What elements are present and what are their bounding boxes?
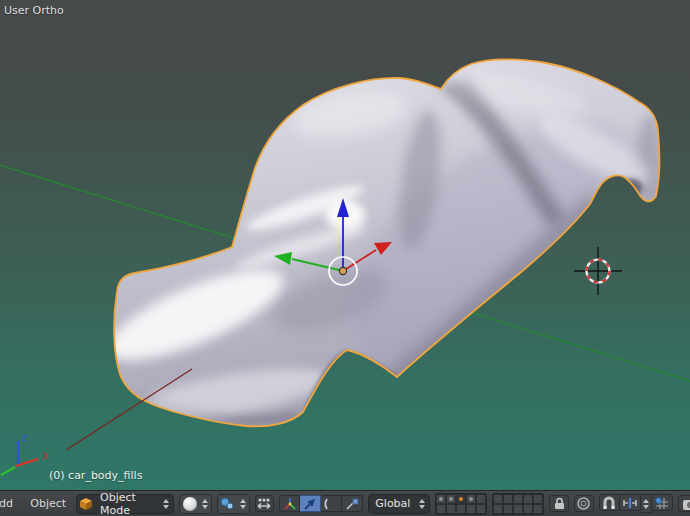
lock-icon xyxy=(553,497,566,510)
mode-dropdown-value: Object Mode xyxy=(96,491,157,516)
orientation-dropdown-value: Global xyxy=(371,497,414,510)
scale-square-icon xyxy=(345,497,359,511)
viewport-shading-dropdown[interactable] xyxy=(179,494,212,514)
increment-snap-icon xyxy=(622,496,638,510)
layer-4-toggle[interactable] xyxy=(466,494,476,504)
layer-2-toggle[interactable] xyxy=(446,494,456,504)
manipulator-button-group xyxy=(279,495,363,512)
rotate-arc-icon xyxy=(324,497,338,511)
layer-18-toggle[interactable] xyxy=(513,504,523,514)
object-origin-dot xyxy=(339,267,346,274)
snap-element-button[interactable] xyxy=(620,494,641,511)
layer-object-dot xyxy=(449,497,453,501)
object-mode-cube-icon xyxy=(79,497,93,511)
center-points-icon xyxy=(256,497,272,511)
3d-cursor xyxy=(574,247,622,295)
mode-spinner[interactable] xyxy=(161,499,171,509)
active-layer-dot xyxy=(459,497,463,501)
lock-camera-button[interactable] xyxy=(549,495,569,512)
active-object-info: (0) car_body_fills xyxy=(49,469,142,482)
orientation-spinner[interactable] xyxy=(417,499,427,509)
layer-15-toggle[interactable] xyxy=(533,494,543,504)
layer-10-toggle[interactable] xyxy=(476,504,486,514)
snap-button-group xyxy=(599,494,673,513)
snap-target-ball-grid-icon xyxy=(654,496,669,510)
translate-manipulator-button[interactable] xyxy=(300,495,321,512)
view-name-label: User Ortho xyxy=(4,4,64,17)
gizmo-x-axis xyxy=(16,459,38,466)
rgb-axis-tripod-icon xyxy=(283,497,297,511)
gizmo-x-label: X xyxy=(42,451,49,462)
translate-arrow-icon xyxy=(303,497,317,511)
menu-object[interactable]: Object xyxy=(25,497,71,510)
layer-19-toggle[interactable] xyxy=(523,504,533,514)
layer-5-toggle[interactable] xyxy=(476,494,486,504)
layer-6-toggle[interactable] xyxy=(436,504,446,514)
layer-grid-2 xyxy=(492,493,544,515)
layer-8-toggle[interactable] xyxy=(456,504,466,514)
mini-axis-gizmo: z X xyxy=(1,432,49,475)
rotate-manipulator-button[interactable] xyxy=(321,495,342,512)
pivot-spinner[interactable] xyxy=(238,499,248,509)
layer-grid-1 xyxy=(435,493,487,515)
pivot-point-icon xyxy=(219,496,237,512)
manipulate-center-points-toggle[interactable] xyxy=(255,495,275,512)
layer-object-dot xyxy=(439,497,443,501)
magnet-icon xyxy=(602,496,616,510)
shading-sphere-icon xyxy=(181,495,199,513)
snap-element-spinner[interactable] xyxy=(641,494,652,513)
shading-spinner[interactable] xyxy=(200,499,210,509)
layer-11-toggle[interactable] xyxy=(493,494,503,504)
layer-7-toggle[interactable] xyxy=(446,504,456,514)
car-body-mesh[interactable] xyxy=(97,59,690,432)
layer-object-dot xyxy=(469,497,473,501)
orientation-dropdown[interactable]: Global xyxy=(368,494,430,514)
layer-16-toggle[interactable] xyxy=(493,504,503,514)
camera-icon xyxy=(682,497,690,511)
layer-12-toggle[interactable] xyxy=(503,494,513,504)
proportional-edit-circle-icon xyxy=(576,496,591,511)
layer-1-toggle[interactable] xyxy=(436,494,446,504)
snap-target-button[interactable] xyxy=(652,494,673,511)
menu-add-partial[interactable]: dd xyxy=(0,497,20,510)
layer-20-toggle[interactable] xyxy=(533,504,543,514)
layer-14-toggle[interactable] xyxy=(523,494,533,504)
gizmo-z-label: z xyxy=(22,432,27,443)
viewport-canvas: z X xyxy=(0,0,690,490)
gizmo-y-axis xyxy=(1,467,15,475)
layer-13-toggle[interactable] xyxy=(513,494,523,504)
manipulator-toggle-button[interactable] xyxy=(279,495,300,512)
pivot-point-dropdown[interactable] xyxy=(217,494,250,514)
proportional-edit-button[interactable] xyxy=(574,495,594,512)
layer-9-toggle[interactable] xyxy=(466,504,476,514)
viewport-header: dd Object Object Mode xyxy=(0,490,690,516)
opengl-render-button[interactable] xyxy=(678,495,690,512)
layer-3-toggle[interactable] xyxy=(456,494,466,504)
scale-manipulator-button[interactable] xyxy=(342,495,363,512)
layer-17-toggle[interactable] xyxy=(503,504,513,514)
blender-window: z X User Ortho (0) car_body_fills dd Obj… xyxy=(0,0,690,516)
3d-viewport[interactable]: z X User Ortho (0) car_body_fills xyxy=(0,0,690,490)
mode-dropdown[interactable]: Object Mode xyxy=(76,494,173,514)
snap-toggle-button[interactable] xyxy=(599,494,620,511)
